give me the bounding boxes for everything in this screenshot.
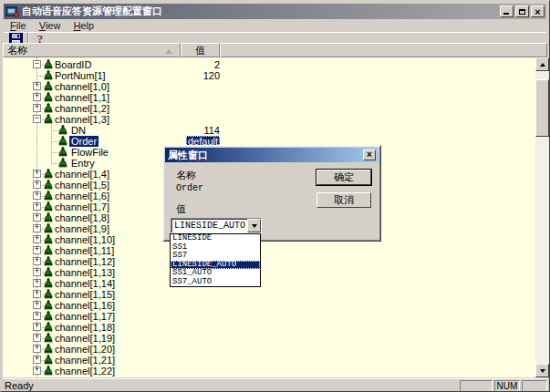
expand-icon[interactable]: + (33, 345, 41, 353)
menu-bar: FileViewHelp (4, 19, 546, 32)
tree-item-label[interactable]: channel[1,14] (53, 278, 117, 289)
name-label: 名称 (176, 169, 196, 182)
tree-item-value[interactable]: 2 (147, 59, 220, 70)
menu-help[interactable]: Help (67, 19, 100, 32)
vertical-scrollbar[interactable] (535, 57, 549, 377)
tree-item-label[interactable]: channel[1,13] (53, 267, 117, 278)
expand-icon[interactable]: + (33, 301, 41, 309)
value-combobox[interactable]: LINESIDE_AUTO (171, 218, 262, 233)
close-button[interactable]: × (531, 5, 545, 17)
tree-item-label[interactable]: channel[1,3] (53, 114, 111, 125)
window-title: 自动语音应答资源管理配置窗口 (22, 5, 500, 18)
tree-item-label[interactable]: BoardID (53, 59, 93, 70)
tree-item-label[interactable]: channel[1,8] (53, 212, 111, 223)
tree-item-label[interactable]: channel[1,21] (53, 355, 117, 366)
tree-item-label[interactable]: channel[1,6] (53, 191, 111, 201)
tree-item-value-text: 2 (214, 59, 220, 70)
tree-item-label[interactable]: channel[1,11] (53, 245, 116, 256)
tree-item-label[interactable]: channel[1,1] (53, 92, 111, 103)
tree-row: −channel[1,3] (3, 114, 535, 125)
scroll-down-button[interactable] (535, 364, 549, 377)
name-value: Order (176, 183, 203, 193)
tree-row: +channel[1,12] (3, 256, 535, 267)
tree-item-label[interactable]: channel[1,5] (53, 180, 111, 191)
scroll-up-button[interactable] (535, 57, 549, 71)
column-header-value[interactable]: 值 (181, 43, 220, 57)
collapse-icon[interactable]: − (33, 60, 41, 68)
expand-icon[interactable]: + (33, 290, 41, 298)
tree-item-label[interactable]: channel[1,15] (53, 289, 117, 300)
menu-view[interactable]: View (33, 19, 67, 32)
tree-item-label[interactable]: channel[1,16] (53, 300, 117, 311)
tree-item-label[interactable]: channel[1,17] (53, 311, 117, 322)
restore-button[interactable] (515, 5, 529, 17)
column-name-label: 名称 (7, 44, 27, 57)
tree-item-value[interactable]: 114 (147, 125, 220, 136)
expand-icon[interactable]: + (33, 170, 41, 178)
tree-item-value-text: 120 (203, 70, 220, 81)
expand-icon[interactable]: + (33, 366, 41, 375)
expand-icon[interactable]: + (33, 213, 41, 222)
tree-item-label[interactable]: Order (69, 136, 99, 147)
scrollbar-thumb[interactable] (535, 79, 549, 137)
tree-item-label[interactable]: channel[1,2] (53, 103, 111, 114)
expand-icon[interactable]: + (33, 279, 41, 287)
expand-icon[interactable]: + (33, 246, 41, 254)
tree-row: +channel[1,22] (3, 366, 535, 377)
tree-item-value[interactable]: 120 (147, 70, 220, 81)
tree-item-value-text: 114 (203, 125, 220, 136)
expand-icon[interactable]: + (33, 93, 41, 101)
arrow-down-icon (540, 369, 545, 373)
collapse-icon[interactable]: − (33, 115, 41, 123)
tree-row: +channel[1,13] (3, 267, 535, 278)
expand-icon[interactable]: + (33, 202, 41, 211)
tree-item-label[interactable]: channel[1,0] (53, 81, 111, 92)
expand-icon[interactable]: + (33, 224, 41, 232)
tree-item-label[interactable]: PortNum[1] (53, 70, 108, 81)
tree-item-label[interactable]: channel[1,20] (53, 344, 117, 355)
expand-icon[interactable]: + (33, 82, 41, 90)
expand-icon[interactable]: + (33, 257, 41, 265)
expand-icon[interactable]: + (33, 323, 41, 331)
tree-item-label[interactable]: channel[1,7] (53, 201, 111, 212)
minimize-button[interactable] (500, 5, 514, 17)
status-panel-left (460, 380, 493, 392)
column-header-filler (220, 43, 547, 57)
tree-item-label[interactable]: channel[1,4] (53, 169, 111, 180)
tree-item-label[interactable]: channel[1,9] (53, 223, 111, 234)
tree-item-label[interactable]: channel[1,19] (53, 333, 117, 344)
expand-icon[interactable]: + (33, 268, 41, 276)
combobox-value: LINESIDE_AUTO (171, 221, 247, 231)
tree-item-label[interactable]: channel[1,10] (53, 234, 117, 245)
column-header-name[interactable]: 名称 (3, 43, 181, 57)
property-dialog: 属性窗口 × 名称 Order 值 确定 取消 LINESIDE_AUTO (162, 145, 381, 242)
tree-row: +channel[1,16] (3, 300, 535, 311)
expand-icon[interactable]: + (33, 235, 41, 243)
status-panel-right (522, 380, 547, 392)
ok-button[interactable]: 确定 (317, 170, 371, 185)
tree-item-label[interactable]: channel[1,12] (53, 256, 117, 267)
minimize-icon (503, 13, 509, 15)
expand-icon[interactable]: + (33, 334, 41, 342)
combobox-dropdown-button[interactable] (247, 219, 261, 232)
expand-icon[interactable]: + (33, 191, 41, 200)
expand-icon[interactable]: + (33, 356, 41, 364)
bell-icon (44, 366, 53, 377)
tree-item-label[interactable]: channel[1,22] (53, 366, 117, 377)
menu-file[interactable]: File (4, 19, 33, 32)
expand-icon[interactable]: + (33, 181, 41, 189)
column-header: 名称 值 (3, 43, 547, 57)
tree-row: DN114 (3, 125, 535, 136)
dialog-title: 属性窗口 (168, 149, 363, 162)
tree-item-label[interactable]: Entry (69, 158, 97, 169)
dialog-close-button[interactable]: × (363, 150, 376, 160)
tree-item-label[interactable]: FlowFile (69, 147, 110, 158)
tree-item-label[interactable]: DN (69, 125, 88, 136)
tree-row: PortNum[1]120 (3, 70, 535, 81)
tree-row: +channel[1,15] (3, 289, 535, 300)
dropdown-option[interactable]: SS7_AUTO (171, 278, 260, 287)
cancel-button[interactable]: 取消 (317, 192, 371, 208)
expand-icon[interactable]: + (33, 312, 41, 320)
tree-item-label[interactable]: channel[1,18] (53, 322, 117, 333)
expand-icon[interactable]: + (33, 104, 41, 112)
